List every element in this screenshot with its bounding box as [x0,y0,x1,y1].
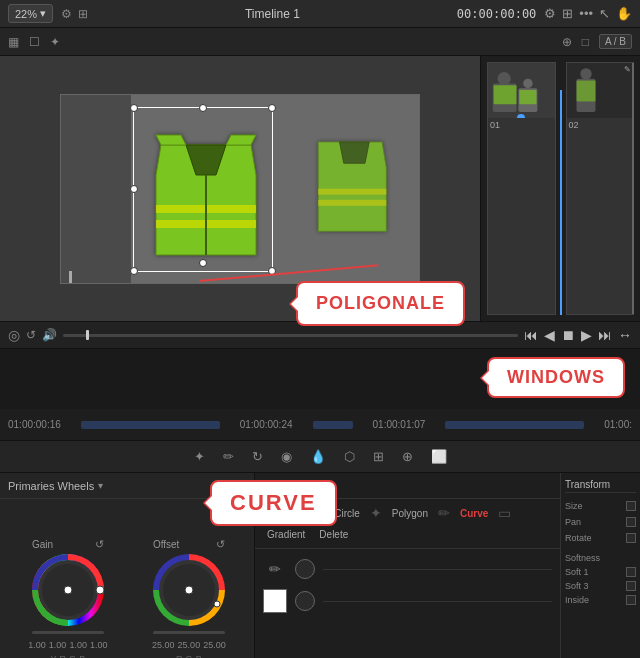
soft1-row: Soft 1 [565,565,636,579]
gain-values: 1.00 1.00 1.00 1.00 [28,640,107,650]
svg-point-12 [498,72,511,85]
svg-point-28 [214,601,220,607]
play-indicator [86,330,89,340]
svg-rect-9 [318,188,386,194]
ab-badge[interactable]: A / B [599,34,632,49]
stop-btn[interactable]: ⏹ [561,327,575,343]
thumb-label-02: 02 [567,118,581,132]
gain-slider[interactable] [32,631,104,634]
pan-row: Pan [565,515,636,529]
inside-checkbox[interactable] [626,595,636,605]
poly-handle-tr[interactable] [268,104,276,112]
curve-btn[interactable]: Curve [456,506,492,521]
compare-icon: ⊞ [78,7,88,21]
offset-channels: R G B [176,654,202,658]
marker-4: 01:00: [604,419,632,430]
primaries-chevron[interactable]: ▾ [98,480,103,491]
bucket-icon[interactable]: ⬡ [341,446,358,467]
circle-indicator-1 [295,559,315,579]
color-wheel-icon[interactable]: ⊕ [399,446,416,467]
soft1-label: Soft 1 [565,567,589,577]
softness-section: Softness Soft 1 Soft 3 Inside [565,553,636,607]
thumbnail-02[interactable]: ✎ 02 [566,62,635,315]
white-indicator [263,589,287,613]
marker-1: 01:00:00:16 [8,419,61,430]
gain-channels: Y R G B [51,654,86,658]
wand-icon[interactable]: ✦ [191,446,208,467]
soft1-checkbox[interactable] [626,567,636,577]
dropper-icon[interactable]: 💧 [307,446,329,467]
size-label: Size [565,501,583,511]
thumbnail-panel: 01 ✎ 02 [480,56,640,321]
offset-color-wheel[interactable] [153,554,225,626]
video-preview: POLIGONALE [0,56,480,321]
tool-icons-row: ✦ ✏ ↻ ◉ 💧 ⬡ ⊞ ⊕ ⬜ [0,441,640,473]
callout-windows: WINDOWS [487,357,625,398]
offset-label: Offset [153,539,180,550]
progress-bar[interactable] [63,334,518,337]
loop-range-btn[interactable]: ↔ [618,327,632,343]
svg-point-18 [580,68,591,79]
pen-tool-1[interactable]: ✏ [263,557,287,581]
curve-tool-icon[interactable]: ↻ [249,446,266,467]
timeline-track[interactable] [81,421,220,429]
pen-icon[interactable]: ✏ [220,446,237,467]
inside-label: Inside [565,595,589,605]
poly-handle-tm[interactable] [199,104,207,112]
hand-btn[interactable]: ✋ [616,6,632,21]
size-checkbox[interactable] [626,501,636,511]
softness-header: Softness [565,553,636,563]
magnet-icon[interactable]: ✦ [50,35,60,49]
zoom-control[interactable]: 22% ▾ [8,4,53,23]
thumb-label-01: 01 [488,118,502,132]
timecode-display: 00:00:00:00 [457,7,536,21]
callout-curve: CURVE [210,480,337,526]
playhead-marker [69,271,72,283]
svg-rect-16 [519,90,536,104]
delete-btn[interactable]: Delete [315,527,352,542]
svg-rect-15 [494,85,517,104]
dots-btn[interactable]: ••• [579,6,593,21]
svg-point-14 [523,79,533,89]
offset-wheel-item: Offset ↺ [152,538,226,658]
eye-icon[interactable]: ◉ [278,446,295,467]
transform-icon[interactable]: ⊕ [562,35,572,49]
safe-icon[interactable]: □ [582,35,589,49]
svg-rect-19 [576,81,595,102]
pan-checkbox[interactable] [626,517,636,527]
skip-back-btn[interactable]: ⏮ [524,327,538,343]
loop-icon[interactable]: ↺ [26,328,36,342]
grid-btn[interactable]: ⊞ [562,6,573,21]
poly-handle-tl[interactable] [130,104,138,112]
target-icon[interactable]: ◎ [8,327,20,343]
zoom-value: 22% [15,8,37,20]
gain-reset[interactable]: ↺ [95,538,104,551]
grid-tool-icon[interactable]: ⊞ [370,446,387,467]
offset-values: 25.00 25.00 25.00 [152,640,226,650]
timeline-area: 01:00:00:16 01:00:00:24 01:00:01:07 01:0… [0,409,640,441]
expand-icon[interactable]: ⬜ [428,446,450,467]
polygon-btn[interactable]: Polygon [388,506,432,521]
settings-btn[interactable]: ⚙ [544,6,556,21]
soft3-checkbox[interactable] [626,581,636,591]
thumbnail-01[interactable]: 01 [487,62,556,315]
thumb-edit-icon: ✎ [624,65,631,74]
offset-reset[interactable]: ↺ [216,538,225,551]
step-back-btn[interactable]: ◀ [544,327,555,343]
gradient-btn[interactable]: Gradient [263,527,309,542]
play-btn[interactable]: ▶ [581,327,592,343]
poly-handle-ml[interactable] [130,185,138,193]
preview-canvas [60,94,420,284]
timeline-segment-2 [445,421,584,429]
volume-icon[interactable]: 🔊 [42,328,57,342]
thumb-img-01 [488,63,555,118]
gain-color-wheel[interactable] [32,554,104,626]
rotate-row: Rotate [565,531,636,545]
gain-label: Gain [32,539,53,550]
poly-handle-bm[interactable] [199,259,207,267]
offset-slider[interactable] [153,631,225,634]
rotate-checkbox[interactable] [626,533,636,543]
poly-handle-bl[interactable] [130,267,138,275]
cursor-btn[interactable]: ↖ [599,6,610,21]
skip-fwd-btn[interactable]: ⏭ [598,327,612,343]
